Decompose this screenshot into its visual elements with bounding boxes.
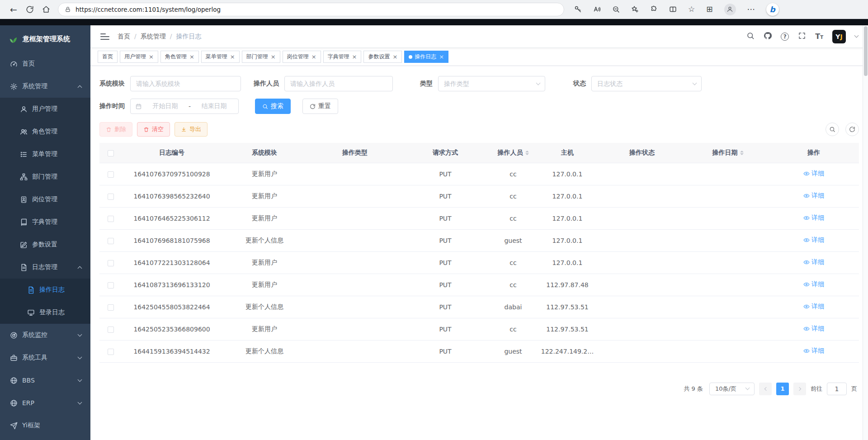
read-aloud-icon[interactable] (593, 5, 601, 13)
zoom-out-icon[interactable] (612, 5, 620, 13)
sidebar-item-login-log[interactable]: 登录日志 (0, 301, 90, 324)
row-checkbox[interactable] (108, 194, 114, 200)
delete-button[interactable]: 删除 (99, 122, 132, 137)
row-checkbox[interactable] (108, 349, 114, 355)
row-checkbox[interactable] (108, 326, 114, 333)
address-bar[interactable]: https://ccnetcore.com:1101/system/log/op… (58, 3, 564, 16)
sidebar-item-yi-framework[interactable]: Yi框架 (0, 414, 90, 437)
tab-close-icon[interactable] (189, 53, 194, 60)
tab-close-icon[interactable] (230, 53, 235, 60)
search-button[interactable]: 搜索 (255, 99, 291, 114)
sidebar-item-menu-mgmt[interactable]: 菜单管理 (0, 143, 90, 166)
password-key-icon[interactable] (574, 5, 582, 13)
sidebar-item-role-mgmt[interactable]: 角色管理 (0, 120, 90, 143)
refresh-table-button[interactable] (845, 123, 859, 136)
sidebar-item-oper-log[interactable]: 操作日志 (0, 279, 90, 301)
tab-dept-mgmt[interactable]: 部门管理 (242, 51, 280, 63)
detail-link[interactable]: 详细 (803, 214, 824, 222)
sidebar-item-log-mgmt[interactable]: 日志管理 (0, 256, 90, 279)
user-avatar-logo[interactable]: YJ (832, 30, 846, 43)
sort-caret-icon[interactable] (740, 149, 744, 157)
clear-button[interactable]: 清空 (137, 122, 170, 137)
type-select[interactable] (438, 76, 545, 91)
detail-link[interactable]: 详细 (803, 170, 824, 178)
row-checkbox[interactable] (108, 304, 114, 311)
breadcrumb-home[interactable]: 首页 (118, 33, 130, 41)
help-icon[interactable]: ? (781, 33, 789, 41)
browser-scrollbar[interactable] (863, 25, 868, 440)
detail-link[interactable]: 详细 (803, 280, 824, 289)
scrollbar-thumb[interactable] (864, 26, 868, 76)
tab-param-settings[interactable]: 参数设置 (363, 51, 402, 63)
header-search-icon[interactable] (746, 32, 755, 42)
status-select[interactable] (591, 76, 702, 91)
sidebar-item-user-mgmt[interactable]: 用户管理 (0, 98, 90, 120)
breadcrumb-system-mgmt[interactable]: 系统管理 (130, 33, 166, 41)
collections-icon[interactable]: ⊞ (706, 5, 712, 13)
font-size-icon[interactable] (815, 33, 823, 40)
sidebar-item-post-mgmt[interactable]: 岗位管理 (0, 188, 90, 211)
tab-post-mgmt[interactable]: 岗位管理 (283, 51, 321, 63)
reset-button[interactable]: 重置 (302, 99, 338, 114)
tab-close-icon[interactable] (352, 53, 357, 60)
next-page-button[interactable] (793, 383, 806, 395)
sort-caret-icon[interactable] (525, 149, 529, 157)
col-operator[interactable]: 操作人员 (488, 143, 538, 163)
col-date[interactable]: 操作日期 (687, 143, 769, 163)
sidebar-item-system-monitor[interactable]: 系统监控 (0, 324, 90, 346)
extensions-icon[interactable] (650, 5, 658, 13)
sidebar-item-bbs[interactable]: BBS (0, 369, 90, 392)
goto-page-input[interactable] (827, 383, 847, 395)
more-menu-icon[interactable]: ⋯ (747, 5, 755, 13)
tab-close-icon[interactable] (148, 53, 154, 60)
sidebar-item-system-tools[interactable]: 系统工具 (0, 346, 90, 369)
tab-oper-log[interactable]: 操作日志 (404, 51, 448, 63)
sidebar-item-system-mgmt[interactable]: 系统管理 (0, 75, 90, 98)
detail-link[interactable]: 详细 (803, 303, 824, 311)
copilot-bing-icon[interactable]: b (766, 3, 779, 16)
back-button[interactable]: ← (5, 1, 22, 18)
toggle-search-button[interactable] (826, 123, 839, 136)
fullscreen-icon[interactable] (798, 32, 806, 42)
reload-button[interactable] (22, 1, 38, 18)
tab-user-mgmt[interactable]: 用户管理 (120, 51, 158, 63)
split-screen-icon[interactable] (669, 5, 677, 13)
sidebar-item-erp[interactable]: ERP (0, 392, 90, 414)
date-range-picker[interactable]: 开始日期 - 结束日期 (130, 99, 239, 114)
select-all-checkbox[interactable] (108, 150, 114, 156)
operator-input[interactable] (284, 76, 393, 91)
tab-close-icon[interactable] (392, 53, 397, 60)
sidebar-item-param-settings[interactable]: 参数设置 (0, 233, 90, 256)
sidebar-item-dict-mgmt[interactable]: 字典管理 (0, 211, 90, 233)
page-size-select[interactable] (709, 383, 755, 395)
detail-link[interactable]: 详细 (803, 236, 824, 244)
module-input[interactable] (130, 76, 241, 91)
home-button[interactable] (38, 1, 54, 18)
tab-home[interactable]: 首页 (98, 51, 118, 63)
row-checkbox[interactable] (108, 260, 114, 266)
tab-menu-mgmt[interactable]: 菜单管理 (201, 51, 240, 63)
detail-link[interactable]: 详细 (803, 258, 824, 266)
detail-link[interactable]: 详细 (803, 192, 824, 200)
row-checkbox[interactable] (108, 238, 114, 244)
favorites-icon[interactable]: ☆ (688, 5, 695, 13)
sidebar-item-home[interactable]: 首页 (0, 52, 90, 75)
tab-role-mgmt[interactable]: 角色管理 (160, 51, 199, 63)
profile-avatar[interactable] (724, 4, 736, 15)
tab-close-icon[interactable] (439, 53, 444, 60)
detail-link[interactable]: 详细 (803, 325, 824, 333)
tab-close-icon[interactable] (270, 53, 276, 60)
sidebar-toggle-icon[interactable] (100, 33, 109, 40)
detail-link[interactable]: 详细 (803, 347, 824, 355)
row-checkbox[interactable] (108, 216, 114, 222)
row-checkbox[interactable] (108, 282, 114, 289)
avatar-dropdown-caret-icon[interactable] (854, 33, 859, 38)
row-checkbox[interactable] (108, 171, 114, 178)
current-page[interactable]: 1 (776, 383, 789, 395)
export-button[interactable]: 导出 (175, 122, 208, 137)
tab-close-icon[interactable] (311, 53, 316, 60)
prev-page-button[interactable] (759, 383, 772, 395)
github-icon[interactable] (764, 32, 772, 42)
tab-dict-mgmt[interactable]: 字典管理 (323, 51, 362, 63)
add-favorite-icon[interactable] (631, 5, 639, 13)
